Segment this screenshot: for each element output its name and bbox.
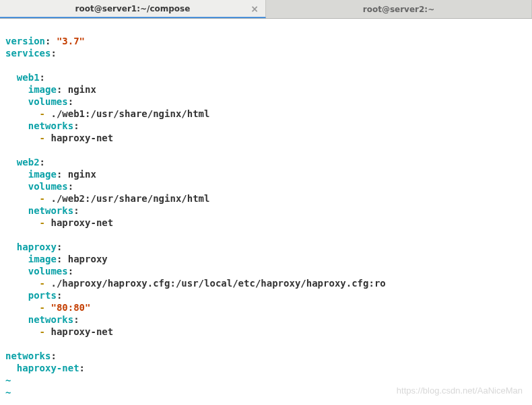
yaml-val-image: nginx (68, 169, 96, 180)
close-icon[interactable]: × (251, 4, 259, 13)
yaml-key-haproxy: haproxy (17, 242, 57, 252)
yaml-key-networks: networks (28, 120, 73, 131)
yaml-key-networks: networks (28, 205, 73, 216)
editor-content[interactable]: version: "3.7" services: web1: image: ng… (0, 19, 532, 398)
yaml-key-volumes: volumes (28, 96, 68, 107)
yaml-dash: - (40, 108, 45, 119)
yaml-dash: - (40, 133, 45, 143)
tab-server1[interactable]: root@server1:~/compose × (0, 0, 266, 18)
yaml-key-ports: ports (28, 290, 57, 301)
yaml-key-image: image (28, 254, 57, 264)
yaml-val-volume: ./web2:/usr/share/nginx/html (51, 193, 209, 204)
yaml-key-version: version (5, 36, 45, 46)
yaml-val-volume: ./web1:/usr/share/nginx/html (51, 108, 209, 119)
tab-title: root@server1:~/compose (75, 4, 191, 13)
yaml-val-network: haproxy-net (51, 217, 113, 228)
yaml-key-haproxy-net: haproxy-net (17, 363, 79, 373)
yaml-key-services: services (5, 48, 51, 59)
yaml-dash: - (40, 193, 45, 204)
yaml-key-web2: web2 (17, 157, 40, 168)
yaml-key-image: image (28, 169, 57, 180)
yaml-val-version: "3.7" (57, 36, 85, 46)
yaml-key-networks: networks (28, 314, 73, 325)
yaml-val-network: haproxy-net (51, 133, 113, 143)
yaml-val-network: haproxy-net (51, 326, 113, 337)
yaml-key-volumes: volumes (28, 266, 68, 277)
yaml-val-image: haproxy (68, 254, 108, 264)
yaml-dash: - (40, 217, 45, 228)
tab-title: root@server2:~ (363, 5, 434, 14)
yaml-key-web1: web1 (17, 72, 40, 83)
yaml-val-port: "80:80" (51, 302, 90, 313)
yaml-dash: - (40, 278, 45, 289)
yaml-dash: - (40, 326, 45, 337)
vim-tilde: ~ (5, 387, 11, 398)
vim-tilde: ~ (5, 375, 11, 385)
tab-bar: root@server1:~/compose × root@server2:~ (0, 0, 532, 19)
yaml-val-volume: ./haproxy/haproxy.cfg:/usr/local/etc/hap… (51, 278, 385, 289)
yaml-key-networks-top: networks (5, 351, 51, 361)
yaml-key-volumes: volumes (28, 181, 68, 192)
yaml-key-image: image (28, 84, 57, 95)
tab-server2[interactable]: root@server2:~ (266, 0, 532, 18)
yaml-dash: - (40, 302, 45, 313)
yaml-val-image: nginx (68, 84, 96, 95)
